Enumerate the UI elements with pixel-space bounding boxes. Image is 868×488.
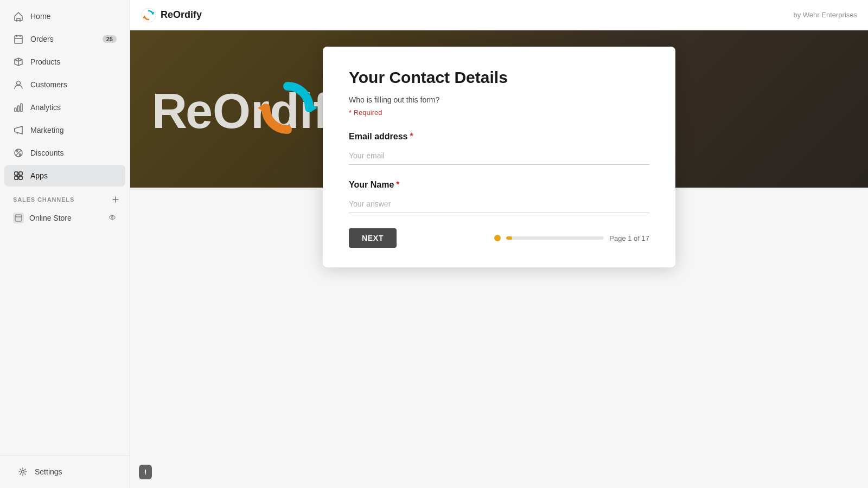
sidebar-item-online-store[interactable]: Online Store	[4, 208, 125, 228]
svg-point-14	[112, 216, 113, 218]
add-sales-channel-button[interactable]	[110, 194, 121, 205]
discounts-icon	[13, 147, 24, 158]
marketing-icon	[13, 125, 24, 136]
progress-bar-fill	[506, 236, 512, 240]
sidebar-item-label: Marketing	[30, 126, 63, 134]
svg-rect-0	[15, 36, 22, 43]
svg-rect-11	[19, 176, 22, 179]
svg-point-13	[110, 215, 115, 219]
orders-badge: 25	[103, 35, 117, 43]
name-input[interactable]	[349, 195, 649, 213]
sales-channels-label: SALES CHANNELS	[13, 196, 74, 203]
customers-icon	[13, 79, 24, 90]
sidebar: Home Orders 25 Products	[0, 0, 130, 488]
content-area: R eOrdify Your Contact Details Who is fi…	[130, 30, 868, 488]
home-icon	[13, 11, 24, 22]
svg-point-1	[17, 81, 21, 85]
sidebar-item-label: Products	[30, 57, 60, 66]
products-icon	[13, 56, 24, 67]
name-field-group: Your Name *	[349, 180, 649, 213]
svg-rect-3	[18, 106, 20, 112]
name-field-label: Your Name *	[349, 180, 649, 190]
svg-rect-10	[15, 176, 18, 179]
sidebar-item-apps[interactable]: Apps	[4, 165, 125, 187]
email-field-label: Email address *	[349, 132, 649, 142]
eye-icon[interactable]	[108, 213, 117, 223]
settings-icon	[17, 466, 28, 477]
form-required-label: * Required	[349, 108, 649, 117]
sidebar-bottom: Settings	[0, 455, 130, 488]
sidebar-nav: Home Orders 25 Products	[0, 0, 130, 455]
apps-icon	[13, 170, 24, 181]
sidebar-item-orders[interactable]: Orders 25	[4, 28, 125, 50]
sidebar-item-discounts[interactable]: Discounts	[4, 142, 125, 164]
email-input[interactable]	[349, 147, 649, 165]
name-required-star: *	[396, 180, 399, 190]
sidebar-item-label: Customers	[30, 80, 67, 89]
form-card: Your Contact Details Who is filling out …	[323, 47, 675, 267]
svg-rect-9	[19, 172, 22, 175]
next-button[interactable]: NEXT	[349, 228, 397, 248]
sidebar-item-home[interactable]: Home	[4, 5, 125, 27]
svg-rect-12	[15, 215, 22, 221]
sidebar-item-label: Home	[30, 12, 50, 21]
sidebar-item-label: Apps	[30, 171, 48, 180]
email-required-star: *	[410, 132, 413, 142]
svg-rect-2	[15, 108, 16, 112]
sidebar-item-products[interactable]: Products	[4, 51, 125, 73]
analytics-icon	[13, 102, 24, 113]
form-title: Your Contact Details	[349, 68, 649, 87]
sidebar-item-marketing[interactable]: Marketing	[4, 119, 125, 141]
svg-point-15	[22, 471, 24, 473]
topbar: ReOrdify by Wehr Enterprises	[130, 0, 868, 30]
form-subtitle: Who is filling out this form?	[349, 95, 649, 104]
progress-container: Page 1 of 17	[494, 234, 649, 242]
app-logo: ReOrdify	[141, 8, 202, 23]
progress-bar	[506, 236, 604, 240]
app-name: ReOrdify	[161, 9, 202, 21]
form-footer: NEXT Page 1 of 17	[349, 228, 649, 248]
sales-channels-section: SALES CHANNELS	[0, 188, 130, 207]
topbar-by-text: by Wehr Enterprises	[793, 11, 857, 19]
online-store-icon	[13, 213, 24, 223]
reordify-logo-icon	[141, 8, 156, 23]
email-field-group: Email address *	[349, 132, 649, 165]
form-overlay: Your Contact Details Who is filling out …	[130, 30, 868, 488]
sidebar-item-label: Discounts	[30, 149, 63, 157]
sidebar-item-analytics[interactable]: Analytics	[4, 97, 125, 118]
svg-point-6	[20, 154, 21, 156]
sidebar-item-label: Orders	[30, 35, 54, 43]
sidebar-item-label: Analytics	[30, 103, 61, 112]
svg-rect-4	[21, 104, 22, 112]
progress-dot	[494, 235, 501, 241]
svg-point-5	[16, 151, 18, 152]
sidebar-item-customers[interactable]: Customers	[4, 74, 125, 95]
sidebar-item-settings[interactable]: Settings	[9, 461, 121, 483]
settings-label: Settings	[35, 467, 62, 476]
orders-icon	[13, 34, 24, 44]
progress-text: Page 1 of 17	[609, 234, 649, 242]
online-store-label: Online Store	[29, 214, 72, 222]
main-content: ReOrdify by Wehr Enterprises R eOrdify	[130, 0, 868, 488]
svg-rect-8	[15, 172, 18, 175]
